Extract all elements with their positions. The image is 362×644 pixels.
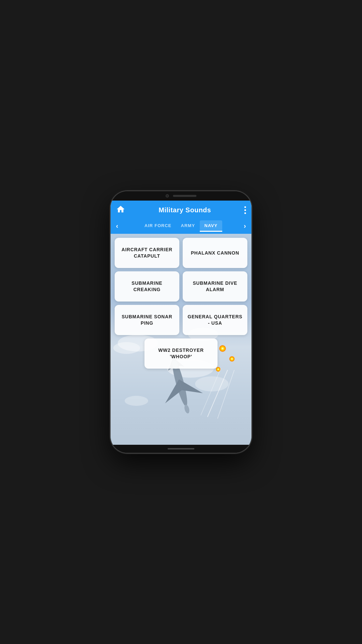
tab-air-force[interactable]: AIR FORCE: [140, 220, 176, 232]
tab-next-button[interactable]: ›: [241, 219, 249, 232]
tab-army[interactable]: ARMY: [176, 220, 200, 232]
tabs-list: AIR FORCE ARMY NAVY: [121, 220, 241, 232]
top-bar: Military Sounds: [111, 201, 251, 219]
front-camera: [166, 194, 169, 198]
sound-button-submarine-dive-alarm[interactable]: SUBMARINE DIVE ALARM: [183, 271, 247, 302]
sound-button-aircraft-carrier-catapult[interactable]: AIRCRAFT CARRIER CATAPULT: [115, 238, 179, 268]
earpiece-speaker: [173, 195, 196, 197]
sounds-grid: AIRCRAFT CARRIER CATAPULT PHALANX CANNON…: [115, 238, 247, 335]
content-area: AIRCRAFT CARRIER CATAPULT PHALANX CANNON…: [111, 234, 251, 445]
bottom-home-bar: [168, 448, 194, 449]
tab-navy[interactable]: NAVY: [200, 220, 222, 232]
app-title: Military Sounds: [159, 206, 211, 214]
sound-button-phalanx-cannon[interactable]: PHALANX CANNON: [183, 238, 247, 268]
home-button[interactable]: [116, 205, 125, 215]
sound-button-submarine-creaking[interactable]: SUBMARINE CREAKING: [115, 271, 179, 302]
tab-prev-button[interactable]: ‹: [113, 219, 121, 232]
tab-bar: ‹ AIR FORCE ARMY NAVY ›: [111, 219, 251, 234]
sound-button-general-quarters-usa[interactable]: GENERAL QUARTERS - USA: [183, 305, 247, 335]
bottom-row: WW2 DESTROYER 'WHOOP': [115, 338, 247, 369]
more-options-button[interactable]: [244, 206, 246, 214]
sound-button-submarine-sonar-ping[interactable]: SUBMARINE SONAR PING: [115, 305, 179, 335]
sound-button-ww2-destroyer-whoop[interactable]: WW2 DESTROYER 'WHOOP': [144, 338, 218, 369]
